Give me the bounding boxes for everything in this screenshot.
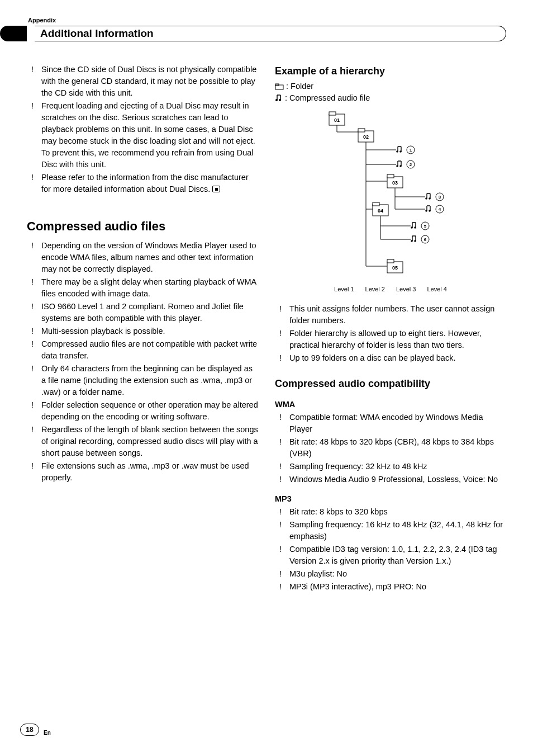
- list-item: Sampling frequency: 32 kHz to 48 kHz: [275, 461, 506, 472]
- list-item: Compatible format: WMA encoded by Window…: [275, 412, 506, 435]
- svg-point-19: [396, 165, 398, 167]
- svg-point-34: [425, 210, 427, 212]
- svg-text:2: 2: [410, 162, 412, 167]
- list-item: Depending on the version of Windows Medi…: [27, 240, 258, 275]
- svg-text:01: 01: [334, 117, 340, 123]
- compressed-audio-heading: Compressed audio files: [27, 218, 258, 235]
- svg-point-2: [275, 99, 278, 101]
- svg-rect-10: [358, 129, 365, 132]
- svg-point-14: [396, 150, 398, 153]
- svg-text:3: 3: [439, 195, 441, 200]
- svg-rect-40: [373, 202, 379, 206]
- left-column: Since the CD side of Dual Discs is not p…: [27, 64, 258, 594]
- list-item: Frequent loading and ejecting of a Dual …: [27, 100, 258, 171]
- svg-point-44: [411, 226, 413, 229]
- svg-point-45: [414, 226, 416, 229]
- compat-heading: Compressed audio compatibility: [275, 376, 506, 391]
- legend: : Folder : Compressed audio file: [275, 81, 506, 104]
- list-item: Since the CD side of Dual Discs is not p…: [27, 64, 258, 99]
- list-item: Multi-session playback is possible.: [27, 325, 258, 337]
- intro-list: Since the CD side of Dual Discs is not p…: [27, 64, 258, 195]
- svg-text:4: 4: [439, 207, 441, 212]
- list-item: Up to 99 folders on a disc can be played…: [275, 352, 506, 364]
- wma-list: Compatible format: WMA encoded by Window…: [275, 412, 506, 485]
- list-item: File extensions such as .wma, .mp3 or .w…: [27, 460, 258, 484]
- list-item: Please refer to the information from the…: [27, 172, 258, 195]
- appendix-label: Appendix: [28, 17, 506, 23]
- list-item: Compatible ID3 tag version: 1.0, 1.1, 2.…: [275, 544, 506, 567]
- svg-text:05: 05: [392, 265, 398, 271]
- stop-icon: [212, 186, 220, 192]
- svg-point-50: [414, 240, 416, 242]
- list-item: This unit assigns folder numbers. The us…: [275, 303, 506, 327]
- svg-rect-5: [329, 112, 336, 115]
- svg-text:03: 03: [392, 180, 398, 186]
- list-item: Folder hierarchy is allowed up to eight …: [275, 328, 506, 351]
- list-item: Sampling frequency: 16 kHz to 48 kHz (32…: [275, 519, 506, 542]
- black-tab: [0, 26, 27, 41]
- level-labels: Level 1 Level 2 Level 3 Level 4: [275, 285, 506, 294]
- hierarchy-heading: Example of a hierarchy: [275, 64, 506, 78]
- list-item: Regardless of the length of blank sectio…: [27, 424, 258, 459]
- svg-text:5: 5: [424, 224, 427, 229]
- wma-heading: WMA: [275, 399, 506, 410]
- hierarchy-diagram: 01 02 1 2 03 3: [312, 110, 469, 283]
- title-bar: Additional Information: [27, 26, 506, 41]
- right-column: Example of a hierarchy : Folder : Compre…: [275, 64, 506, 594]
- content-columns: Since the CD side of Dual Discs is not p…: [27, 64, 506, 594]
- list-item: Windows Media Audio 9 Professional, Loss…: [275, 474, 506, 485]
- svg-point-15: [399, 150, 402, 153]
- list-item: ISO 9660 Level 1 and 2 compliant. Romeo …: [27, 301, 258, 324]
- page-header: Appendix Additional Information: [27, 17, 506, 41]
- list-item: Folder selection sequence or other opera…: [27, 399, 258, 423]
- svg-text:6: 6: [424, 237, 427, 242]
- mp3-list: Bit rate: 8 kbps to 320 kbps Sampling fr…: [275, 506, 506, 593]
- svg-point-29: [425, 197, 427, 200]
- list-item: M3u playlist: No: [275, 568, 506, 580]
- list-item: There may be a slight delay when startin…: [27, 276, 258, 300]
- page-title: Additional Information: [35, 26, 506, 41]
- svg-point-3: [279, 99, 281, 101]
- list-item: Compressed audio files are not compatibl…: [27, 338, 258, 362]
- svg-text:1: 1: [410, 148, 412, 153]
- svg-point-49: [411, 240, 413, 242]
- svg-rect-55: [387, 259, 394, 263]
- folder-icon: [275, 82, 286, 91]
- hierarchy-notes: This unit assigns folder numbers. The us…: [275, 303, 506, 364]
- page-footer: 18 En: [20, 724, 51, 736]
- music-note-icon: [275, 93, 285, 102]
- list-item: MP3i (MP3 interactive), mp3 PRO: No: [275, 581, 506, 593]
- svg-point-20: [399, 165, 402, 167]
- svg-rect-25: [387, 174, 394, 178]
- svg-text:04: 04: [378, 208, 383, 214]
- mp3-heading: MP3: [275, 493, 506, 505]
- list-item: Only 64 characters from the beginning ca…: [27, 363, 258, 398]
- svg-text:02: 02: [363, 134, 369, 140]
- page-number: 18: [20, 724, 39, 736]
- compressed-list: Depending on the version of Windows Medi…: [27, 240, 258, 484]
- svg-point-35: [429, 210, 431, 212]
- list-item: Bit rate: 48 kbps to 320 kbps (CBR), 48 …: [275, 436, 506, 460]
- svg-point-30: [429, 197, 431, 200]
- lang-label: En: [44, 730, 51, 736]
- list-item: Bit rate: 8 kbps to 320 kbps: [275, 506, 506, 518]
